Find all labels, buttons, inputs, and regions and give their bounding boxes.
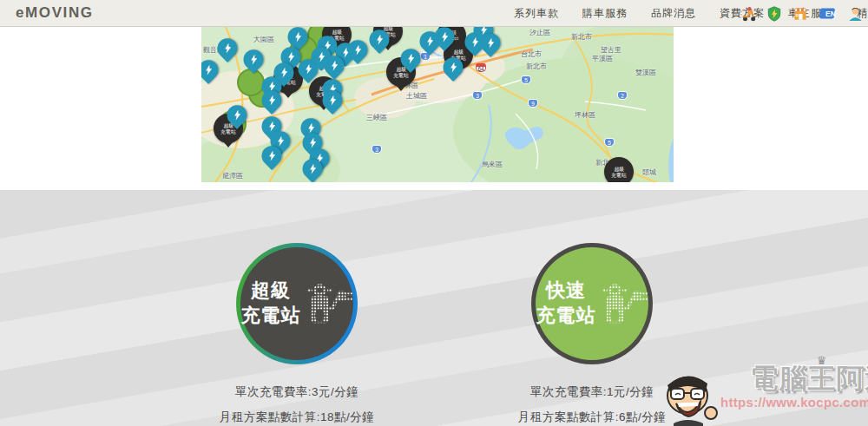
nav-item-2[interactable]: 購車服務: [582, 6, 628, 21]
crown-icon: ♛: [817, 355, 828, 366]
nav-item-3[interactable]: 品牌消息: [651, 6, 696, 21]
pin-label-line2: 充電站: [220, 128, 236, 134]
super-fee-single: 單次充電費率:3元/分鐘: [167, 384, 427, 400]
test-ride-scooter-icon[interactable]: [738, 5, 757, 23]
lightning-bolt-icon: [484, 37, 496, 49]
lightning-bolt-icon: [266, 95, 278, 107]
lightning-bolt-icon: [326, 95, 339, 107]
lightning-bolt-icon: [278, 67, 290, 79]
lightning-bolt-icon: [266, 150, 278, 162]
nav-item-1[interactable]: 系列車款: [514, 6, 559, 21]
lightning-bolt-icon: [447, 62, 459, 74]
top-navbar: eMOVING 系列車款購車服務品牌消息資費方案車主服務精選配件 EN: [0, 0, 868, 27]
lightning-bolt-icon: [292, 31, 304, 43]
fast-charging-badge: 快速 充電站: [531, 243, 653, 364]
lightning-bolt-icon: [285, 51, 297, 63]
lightning-bolt-icon: [306, 137, 319, 149]
map-section: 觀音區大園區汐止區台北市新北市新北市望古里平溪區雙溪區坪林區烏來區新北市頭城樹林…: [0, 27, 868, 190]
charger-plug-icon: [600, 282, 648, 325]
fast-badge-line2: 充電站: [536, 304, 596, 329]
charger-plug-icon: [305, 282, 353, 325]
kocpc-mascot-icon: [656, 363, 719, 426]
fast-charging-pin[interactable]: [201, 56, 222, 84]
super-fee-monthly: 月租方案點數計算:18點/分鐘: [167, 410, 427, 425]
super-charging-pin[interactable]: 超級充電站: [604, 157, 634, 182]
charging-map[interactable]: 觀音區大園區汐止區台北市新北市新北市望古里平溪區雙溪區坪林區烏來區新北市頭城樹林…: [201, 27, 674, 182]
language-en-label: EN: [825, 10, 836, 18]
emoving-logo[interactable]: eMOVING: [16, 4, 94, 22]
super-badge-line1: 超級: [241, 279, 301, 304]
language-en-icon[interactable]: EN: [819, 5, 838, 22]
lightning-bolt-icon: [352, 44, 364, 56]
super-badge-title: 超級 充電站: [241, 279, 301, 328]
charging-map-shield-icon[interactable]: [766, 5, 782, 23]
super-charging-fees: 單次充電費率:3元/分鐘 月租方案點數計算:18點/分鐘: [167, 384, 427, 426]
lightning-bolt-icon: [266, 121, 278, 133]
lightning-bolt-icon: [404, 53, 417, 65]
fast-badge-line1: 快速: [536, 279, 596, 304]
header-icons: EN: [738, 0, 864, 27]
lightning-bolt-icon: [274, 135, 286, 147]
pin-label-line1: 超級: [453, 49, 464, 55]
map-pins: 超級充電站超級充電站超級充電站超級充電站超級充電站超級充電站超級充電站超級充電站…: [201, 27, 674, 182]
green-charging-pin[interactable]: [237, 69, 265, 96]
watermark-url[interactable]: https://www.kocpc.com.tw/: [720, 394, 868, 411]
pin-label-line2: 充電站: [611, 172, 627, 178]
member-avatar-icon[interactable]: [847, 5, 864, 23]
page: eMOVING 系列車款購車服務品牌消息資費方案車主服務精選配件 EN: [0, 0, 868, 426]
fast-charging-pin[interactable]: [214, 34, 242, 62]
super-badge-line2: 充電站: [241, 304, 301, 329]
watermark-title-text: 電腦王阿達: [750, 363, 868, 394]
fast-badge-title: 快速 充電站: [536, 279, 596, 328]
lightning-bolt-icon: [306, 163, 319, 175]
store-locator-icon[interactable]: [792, 5, 809, 23]
lightning-bolt-icon: [302, 63, 314, 75]
site-watermark: 電腦王阿達 ♛ https://www.kocpc.com.tw/: [656, 363, 868, 426]
lightning-bolt-icon: [328, 60, 340, 72]
pin-label-line1: 超級: [614, 166, 624, 172]
lightning-bolt-icon: [438, 31, 450, 43]
lightning-bolt-icon: [247, 54, 260, 66]
lightning-bolt-icon: [373, 34, 385, 46]
pin-label-line2: 充電站: [393, 72, 409, 78]
pin-label-line1: 超級: [332, 29, 342, 35]
lightning-bolt-icon: [231, 109, 243, 121]
super-charging-badge: 超級 充電站: [236, 243, 358, 364]
lightning-bolt-icon: [202, 64, 214, 76]
watermark-title: 電腦王阿達 ♛: [750, 363, 868, 394]
lightning-bolt-icon: [221, 43, 233, 55]
